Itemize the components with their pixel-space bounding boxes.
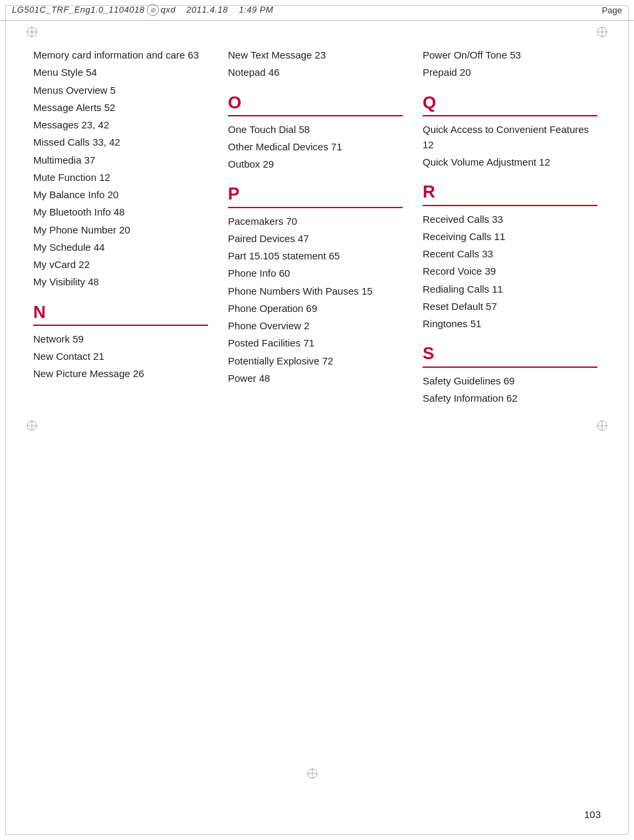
- section-q-rule: [423, 115, 597, 116]
- entry-quick-access: Quick Access to Convenient Features 12: [423, 122, 597, 153]
- section-q-letter: Q: [423, 92, 597, 113]
- page-number: 103: [584, 809, 601, 820]
- entry-recent-calls: Recent Calls 33: [423, 246, 597, 261]
- entry-memory-card: Memory card information and care 63: [33, 47, 208, 63]
- entry-pacemakers: Pacemakers 70: [228, 213, 403, 229]
- entry-potentially-explosive: Potentially Explosive 72: [228, 353, 403, 368]
- entry-prepaid: Prepaid 20: [423, 65, 597, 80]
- entry-mute-function: Mute Function 12: [33, 170, 208, 185]
- section-r-header: R: [423, 182, 597, 206]
- entry-posted-facilities: Posted Facilities 71: [228, 335, 403, 350]
- section-p-rule: [228, 207, 403, 208]
- entry-outbox: Outbox 29: [228, 156, 403, 172]
- entry-message-alerts: Message Alerts 52: [33, 100, 208, 115]
- entry-network: Network 59: [33, 331, 208, 347]
- entry-reset-default: Reset Default 57: [423, 299, 597, 314]
- entry-ringtones: Ringtones 51: [423, 316, 597, 331]
- entry-menu-style: Menu Style 54: [33, 65, 208, 80]
- entry-my-vcard: My vCard 22: [33, 257, 208, 272]
- entry-my-balance-info: My Balance Info 20: [33, 187, 208, 202]
- entry-paired-devices: Paired Devices 47: [228, 231, 403, 246]
- header-filename: LG501C_TRF_Eng1.0_1104018⊕qxd 2011.4.18 …: [12, 4, 273, 16]
- entry-my-visibility: My Visibility 48: [33, 274, 208, 289]
- entry-new-picture-message: New Picture Message 26: [33, 366, 208, 381]
- entry-phone-operation: Phone Operation 69: [228, 301, 403, 316]
- column-1: Memory card information and care 63 Menu…: [33, 47, 218, 408]
- entry-messages: Messages 23, 42: [33, 117, 208, 132]
- entry-part-15: Part 15.105 statement 65: [228, 248, 403, 263]
- entry-new-text-message: New Text Message 23: [228, 47, 403, 63]
- entry-other-medical-devices: Other Medical Devices 71: [228, 139, 403, 154]
- entry-my-schedule: My Schedule 44: [33, 239, 208, 255]
- entry-quick-volume: Quick Volume Adjustment 12: [423, 154, 597, 170]
- entry-safety-guidelines: Safety Guidelines 69: [423, 373, 597, 388]
- section-s-header: S: [423, 343, 597, 367]
- entry-power-on-off-tone: Power On/Off Tone 53: [423, 47, 597, 63]
- entry-menus-overview: Menus Overview 5: [33, 82, 208, 98]
- reg-cross-top-left: [25, 25, 39, 39]
- entry-phone-info: Phone Info 60: [228, 265, 403, 281]
- section-o-rule: [228, 115, 403, 116]
- column-2: New Text Message 23 Notepad 46 O One Tou…: [218, 47, 413, 408]
- reg-cross-bottom: [306, 767, 319, 780]
- entry-receiving-calls: Receiving Calls 11: [423, 229, 597, 244]
- section-n-header: N: [33, 302, 208, 326]
- section-o-letter: O: [228, 92, 403, 113]
- entry-new-contact: New Contact 21: [33, 349, 208, 364]
- entry-record-voice: Record Voice 39: [423, 263, 597, 279]
- main-content: Memory card information and care 63 Menu…: [0, 21, 634, 434]
- entry-my-bluetooth-info: My Bluetooth Info 48: [33, 204, 208, 219]
- section-o-header: O: [228, 92, 403, 116]
- entry-notepad: Notepad 46: [228, 65, 403, 80]
- section-n-letter: N: [33, 302, 208, 323]
- section-q-header: Q: [423, 92, 597, 116]
- reg-cross-top-right: [595, 25, 609, 39]
- section-p-letter: P: [228, 184, 403, 204]
- section-r-rule: [423, 205, 597, 206]
- section-s-rule: [423, 366, 597, 368]
- entry-missed-calls: Missed Calls 33, 42: [33, 134, 208, 150]
- entry-power: Power 48: [228, 370, 403, 386]
- section-p-header: P: [228, 184, 403, 208]
- page-header: LG501C_TRF_Eng1.0_1104018⊕qxd 2011.4.18 …: [0, 0, 634, 21]
- reg-cross-mid-right: [595, 419, 609, 432]
- reg-cross-mid-left: [25, 419, 39, 432]
- entry-phone-numbers-with-pauses: Phone Numbers With Pauses 15: [228, 283, 403, 299]
- header-page: Page: [602, 5, 622, 15]
- column-3: Power On/Off Tone 53 Prepaid 20 Q Quick …: [413, 47, 607, 408]
- section-r-letter: R: [423, 182, 597, 202]
- reg-mark-header: ⊕: [147, 4, 159, 16]
- entry-one-touch-dial: One Touch Dial 58: [228, 122, 403, 137]
- section-n-rule: [33, 325, 208, 326]
- entry-my-phone-number: My Phone Number 20: [33, 222, 208, 237]
- entry-phone-overview: Phone Overview 2: [228, 318, 403, 333]
- entry-received-calls: Received Calls 33: [423, 211, 597, 227]
- entry-multimedia: Multimedia 37: [33, 152, 208, 168]
- section-s-letter: S: [423, 343, 597, 364]
- entry-redialing-calls: Redialing Calls 11: [423, 281, 597, 297]
- entry-safety-information: Safety Information 62: [423, 390, 597, 406]
